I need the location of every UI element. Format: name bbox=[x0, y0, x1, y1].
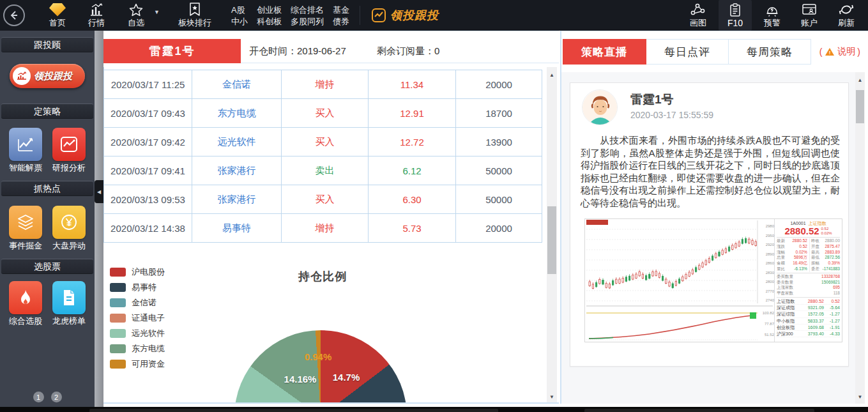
sidebar-header-hotspot[interactable]: 抓热点 bbox=[1, 181, 93, 196]
cell-trade-action: 买入 bbox=[282, 99, 369, 127]
table-row[interactable]: 2020/03/17 09:41 张家港行 卖出 6.12 50000 bbox=[104, 156, 542, 185]
legend-swatch[interactable] bbox=[110, 283, 126, 292]
legend-swatch[interactable] bbox=[110, 344, 126, 353]
legend-item[interactable]: 易事特 bbox=[110, 283, 165, 292]
index-change-pct: 0.02% bbox=[821, 231, 832, 236]
quote-value: 13328768 bbox=[821, 274, 840, 280]
index-row-value: 1609.68 bbox=[802, 324, 824, 330]
tile-event-gold[interactable] bbox=[9, 206, 42, 239]
toolbar-item-quote[interactable]: 行情 bbox=[79, 0, 114, 31]
quote-label: 开盘 bbox=[809, 244, 820, 250]
main-scrollbar-thumb[interactable] bbox=[547, 206, 556, 274]
cell-stock-name[interactable]: 东方电缆 bbox=[192, 99, 282, 127]
tile-research-report[interactable] bbox=[52, 128, 86, 161]
index-row-change: 0.52 bbox=[824, 298, 840, 304]
quote-wide-row: 平盘家数 118 bbox=[777, 291, 840, 296]
quote-label: 金额 bbox=[777, 261, 788, 266]
toolbar-draw-label: 画图 bbox=[690, 17, 706, 29]
tile-label-composite[interactable]: 综合选股 bbox=[5, 316, 46, 327]
cell-trade-action: 卖出 bbox=[282, 156, 369, 185]
toolbar-item-home[interactable]: 首页 bbox=[39, 0, 76, 31]
axis-tick: 2920 bbox=[759, 243, 774, 247]
cell-trade-price: 5.73 bbox=[369, 214, 456, 242]
cell-stock-name[interactable]: 远光软件 bbox=[192, 128, 282, 156]
tile-dragon-tiger[interactable] bbox=[52, 281, 86, 314]
legend-item[interactable]: 金信诺 bbox=[110, 298, 165, 307]
strategy-title-tab[interactable]: 雷霆1号 bbox=[103, 39, 241, 63]
post-author[interactable]: 雷霆1号 bbox=[630, 91, 674, 108]
legend-item[interactable]: 沪电股份 bbox=[110, 268, 165, 277]
pie-chart[interactable] bbox=[234, 330, 407, 404]
quick-link-bottom[interactable]: 多股同列 bbox=[291, 17, 324, 26]
sidebar-header-advisor[interactable]: 跟投顾 bbox=[1, 37, 93, 52]
cell-trade-quantity: 50000 bbox=[456, 185, 542, 213]
legend-swatch[interactable] bbox=[110, 314, 126, 323]
toolbar-item-draw[interactable]: 画图 bbox=[681, 0, 715, 31]
tile-market-anomaly[interactable] bbox=[52, 206, 86, 239]
right-scrollbar-up-arrow[interactable]: ▲ bbox=[855, 76, 865, 85]
table-row[interactable]: 2020/03/12 14:38 易事特 增持 5.73 20000 bbox=[104, 214, 542, 243]
post-attached-chart-image[interactable]: 298029502920289028602830280027702740 103… bbox=[584, 218, 842, 342]
right-scrollbar-thumb[interactable] bbox=[856, 90, 864, 123]
quote-value: -1741883 bbox=[820, 266, 840, 272]
legend-swatch[interactable] bbox=[110, 298, 126, 307]
tile-label-event[interactable]: 事件掘金 bbox=[5, 240, 46, 252]
sidebar-header-strategy[interactable]: 定策略 bbox=[1, 103, 93, 119]
table-row[interactable]: 2020/03/17 09:43 东方电缆 买入 12.91 18700 bbox=[104, 99, 542, 128]
quick-link-bottom[interactable]: 债券 bbox=[333, 17, 349, 26]
pagination-dot[interactable]: 2 bbox=[51, 392, 62, 402]
tile-label-smart[interactable]: 智能解票 bbox=[5, 162, 46, 174]
main-scrollbar-up-arrow[interactable]: ▲ bbox=[547, 71, 557, 80]
taskbar-segment bbox=[584, 409, 814, 412]
note-link[interactable]: ( 说明 ) bbox=[819, 39, 860, 65]
main-scrollbar-down-arrow[interactable]: ▼ bbox=[547, 393, 557, 402]
chevron-down-icon[interactable]: ▼ bbox=[154, 9, 160, 15]
cell-stock-name[interactable]: 张家港行 bbox=[192, 185, 282, 213]
tab-strategy-live[interactable]: 策略直播 bbox=[563, 39, 646, 65]
back-button[interactable] bbox=[3, 4, 25, 26]
cell-stock-name[interactable]: 金信诺 bbox=[192, 70, 282, 98]
tab-weekly-strategy[interactable]: 每周策略 bbox=[729, 39, 811, 65]
table-row[interactable]: 2020/03/17 11:25 金信诺 增持 11.34 20000 bbox=[104, 70, 542, 99]
legend-swatch[interactable] bbox=[110, 268, 126, 277]
toolbar-item-sector-ranking[interactable]: 板块排行 bbox=[172, 0, 217, 31]
cell-stock-name[interactable]: 张家港行 bbox=[192, 156, 282, 185]
legend-item[interactable]: 东方电缆 bbox=[110, 344, 165, 353]
tile-smart-analysis[interactable] bbox=[9, 128, 42, 161]
brand-logo[interactable]: 领投跟投 bbox=[372, 8, 439, 23]
pie-label-hudian: 14.7% bbox=[327, 372, 365, 383]
tile-label-dragon[interactable]: 龙虎榜单 bbox=[49, 316, 89, 327]
sidebar-collapse-handle[interactable]: ◀ bbox=[95, 180, 103, 203]
tab-daily-comment[interactable]: 每日点评 bbox=[646, 39, 729, 65]
table-row[interactable]: 2020/03/17 09:42 远光软件 买入 12.72 13900 bbox=[104, 128, 542, 156]
toolbar-item-f10[interactable]: F10 bbox=[719, 0, 752, 31]
toolbar-item-account[interactable]: 账户 bbox=[793, 0, 826, 31]
quick-link-top[interactable]: 综合排名 bbox=[291, 5, 324, 15]
sidebar-header-stockpick[interactable]: 选股票 bbox=[1, 259, 93, 274]
legend-item[interactable]: 可用资金 bbox=[110, 360, 165, 369]
right-scrollbar-down-arrow[interactable]: ▼ bbox=[855, 393, 865, 402]
tile-composite-pick[interactable] bbox=[9, 281, 42, 314]
quick-link-bottom[interactable]: 中小 bbox=[231, 17, 248, 26]
pagination-dot[interactable]: 1 bbox=[33, 392, 44, 402]
legend-swatch[interactable] bbox=[110, 329, 126, 338]
sidebar-banner-lingtou[interactable]: 领投跟投 bbox=[10, 64, 85, 88]
quick-link-top[interactable]: A股 bbox=[231, 5, 248, 15]
toolbar-item-refresh[interactable]: 刷新 bbox=[830, 0, 863, 31]
quick-link-top[interactable]: 基金 bbox=[333, 5, 349, 15]
tile-label-report[interactable]: 研报分析 bbox=[49, 162, 89, 174]
toolbar-item-alert[interactable]: 预警 bbox=[756, 0, 789, 31]
table-row[interactable]: 2020/03/13 09:53 张家港行 买入 6.30 50000 bbox=[104, 185, 542, 214]
quick-link-bottom[interactable]: 科创板 bbox=[257, 17, 282, 26]
legend-item[interactable]: 证通电子 bbox=[110, 314, 165, 323]
cell-stock-name[interactable]: 易事特 bbox=[192, 214, 282, 242]
axis-tick: 51.52 bbox=[759, 333, 774, 337]
legend-item[interactable]: 远光软件 bbox=[110, 329, 165, 338]
remaining-subscription-label: 剩余订阅量：0 bbox=[377, 39, 439, 63]
sidebar-pagination: 12 bbox=[0, 392, 95, 402]
tile-label-anomaly[interactable]: 大盘异动 bbox=[49, 240, 89, 252]
toolbar-account-label: 账户 bbox=[801, 17, 818, 29]
quick-link-top[interactable]: 创业板 bbox=[257, 5, 282, 15]
legend-swatch[interactable] bbox=[110, 360, 126, 369]
toolbar-item-watchlist[interactable]: 自选 bbox=[119, 0, 153, 31]
